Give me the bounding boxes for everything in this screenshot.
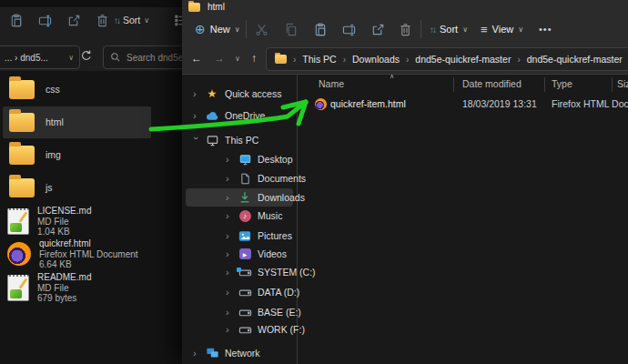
rename-icon (38, 14, 52, 27)
pane-divider (297, 75, 298, 364)
sidebar-item-videos[interactable]: › ▶ Videos (186, 245, 293, 263)
chevron-right-icon[interactable]: › (193, 111, 202, 120)
chevron-right-icon[interactable]: › (193, 349, 202, 358)
rename-button[interactable] (36, 12, 53, 28)
breadcrumb-downloads[interactable]: Downloads (352, 54, 400, 65)
up-button[interactable]: ↑ (245, 49, 263, 67)
sidebar-label: Quick access (225, 88, 281, 99)
sidebar-item-documents[interactable]: › Documents (186, 169, 293, 187)
paste-button[interactable] (7, 12, 24, 28)
chevron-right-icon[interactable]: › (226, 231, 235, 240)
delete-button[interactable] (399, 19, 412, 39)
column-divider[interactable] (544, 77, 545, 92)
new-button[interactable]: ⊕ New ∨ (195, 19, 240, 39)
videos-icon: ▶ (239, 248, 251, 259)
paste-button[interactable] (313, 19, 327, 39)
address-bar[interactable]: › This PC › Downloads › dnd5e-quickref-m… (266, 47, 628, 71)
search-input[interactable]: Search dnd5e-qui... (103, 46, 182, 69)
share-button[interactable] (66, 12, 82, 28)
sidebar-item-music[interactable]: › ♪ Music (186, 207, 293, 225)
chevron-right-icon[interactable]: › (226, 211, 235, 220)
chevron-down-icon: ∨ (235, 25, 240, 34)
folder-icon (9, 146, 35, 165)
sort-arrows-icon: ↑↓ (430, 25, 435, 35)
paste-icon (313, 23, 327, 36)
recent-locations-button[interactable]: ∨ (228, 49, 247, 67)
sidebar-item-quick-access[interactable]: › ★ Quick access (186, 85, 293, 103)
sidebar-item-data-d[interactable]: › DATA (D:) (186, 283, 293, 301)
view-lines-icon: ≡ (481, 23, 488, 36)
chevron-right-icon[interactable]: › (226, 308, 235, 317)
cut-button[interactable] (255, 19, 268, 39)
folder-name: css (46, 84, 60, 95)
sidebar-item-work-f[interactable]: › WORK (F:) (186, 320, 293, 339)
delete-button[interactable] (94, 12, 110, 28)
column-divider[interactable] (453, 77, 454, 92)
chevron-right-icon[interactable]: › (193, 89, 202, 98)
chevron-down-icon[interactable]: › (192, 136, 201, 146)
sidebar-item-system-c[interactable]: › SYSTEM (C:) (186, 263, 293, 281)
folder-tile-js[interactable]: js (9, 174, 53, 201)
window-chrome: html ⊕ New ∨ (182, 0, 628, 75)
forward-button[interactable]: → (210, 49, 228, 67)
chevron-right-icon[interactable]: › (226, 249, 235, 258)
more-options-button[interactable]: ••• (539, 19, 552, 39)
chevron-right-icon[interactable]: › (226, 155, 235, 164)
sort-button[interactable]: ↑↓ Sort ∨ (114, 12, 149, 28)
chevron-right-icon[interactable]: › (226, 268, 235, 277)
background-explorer-window: ↑↓ Sort ∨ ... › dnd5... ∨ Search dnd5e-q… (0, 0, 182, 364)
rename-button[interactable] (342, 19, 356, 39)
sidebar-item-this-pc[interactable]: › This PC (186, 131, 293, 149)
share-button[interactable] (371, 19, 385, 39)
column-size[interactable]: Size (617, 78, 628, 89)
folder-name: js (46, 182, 53, 193)
chevron-down-icon[interactable]: ∨ (68, 54, 74, 62)
chevron-right-icon[interactable]: › (226, 325, 235, 334)
column-date-modified[interactable]: Date modified (462, 78, 522, 89)
column-divider[interactable] (612, 77, 613, 92)
refresh-button[interactable] (80, 49, 95, 64)
column-name[interactable]: Name (319, 78, 344, 89)
sidebar-item-network[interactable]: › Network (186, 344, 293, 362)
back-button[interactable]: ← (187, 49, 206, 67)
sidebar-item-desktop[interactable]: › Desktop (186, 150, 293, 168)
folder-icon (188, 3, 200, 12)
table-row[interactable]: quickref-item.html 18/03/2019 13:31 Fire… (300, 95, 628, 113)
folder-tile-css[interactable]: css (9, 76, 60, 103)
file-tile-quickref[interactable]: quickref.html Firefox HTML Document 6.64… (7, 238, 138, 270)
scissors-icon (255, 23, 268, 36)
folder-icon (9, 178, 35, 197)
column-type[interactable]: Type (552, 78, 572, 89)
breadcrumb-folder[interactable]: dnd5e-quickref-master (527, 54, 623, 65)
sort-label: Sort (440, 24, 458, 35)
sidebar-item-pictures[interactable]: › Pictures (186, 227, 293, 245)
chevron-right-icon[interactable]: › (226, 288, 235, 297)
windows-flag-icon (237, 268, 241, 272)
sidebar-item-downloads[interactable]: › Downloads (186, 188, 293, 207)
breadcrumb-this-pc[interactable]: This PC (302, 54, 336, 65)
refresh-icon (80, 49, 93, 62)
sort-button[interactable]: ↑↓ Sort ∨ (430, 19, 468, 39)
chevron-down-icon: ∨ (462, 25, 468, 34)
address-bar[interactable]: ... › dnd5... ∨ (0, 46, 80, 69)
copy-button[interactable] (284, 19, 298, 39)
file-name: README.md (37, 272, 91, 283)
view-options-button[interactable] (173, 12, 182, 28)
folder-tile-img[interactable]: img (9, 141, 61, 168)
view-button[interactable]: ≡ View ∨ (481, 19, 523, 39)
breadcrumb-folder[interactable]: dnd5e-quickref-master (415, 54, 511, 65)
sidebar-label: BASE (E:) (258, 307, 301, 318)
folder-tile-html[interactable]: html (9, 108, 64, 136)
file-type: MD File (37, 283, 91, 294)
window-titlebar: html (188, 2, 225, 12)
plus-circle-icon: ⊕ (195, 23, 206, 35)
chevron-right-icon[interactable]: › (226, 193, 235, 202)
window-title: html (208, 2, 225, 12)
file-tile-readme[interactable]: README.md MD File 679 bytes (7, 272, 91, 304)
file-tile-license[interactable]: LICENSE.md MD File 1.04 KB (7, 206, 91, 238)
chevron-right-icon[interactable]: › (226, 174, 235, 183)
sidebar-item-onedrive[interactable]: › OneDrive (186, 106, 293, 125)
sidebar-label: DATA (D:) (258, 287, 299, 298)
sidebar-label: Desktop (258, 154, 293, 165)
sidebar-item-base-e[interactable]: › BASE (E:) (186, 303, 293, 321)
